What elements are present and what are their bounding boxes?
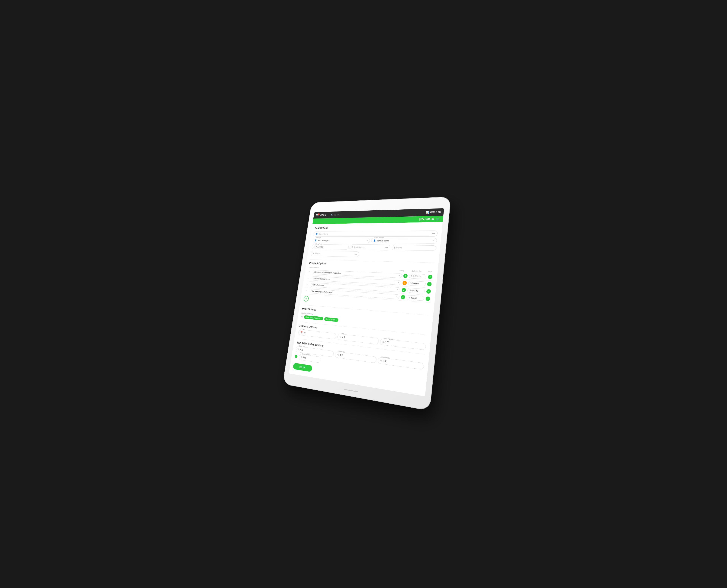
- county-tax-value: 4.2: [383, 360, 387, 363]
- tablet-screen: 3 CASH ▾ 🔍 SEARCH 📊 CHARTS $25,000.00: [289, 208, 444, 396]
- menu-button[interactable]: 3: [316, 214, 319, 216]
- price-row: Selling Price $ 25,000.00 $ Trade Amount…: [312, 244, 436, 251]
- dollar-override-icon: $: [300, 356, 302, 358]
- product-name-taw: Tire and Wheel Protections: [311, 290, 332, 294]
- term-value: 36: [304, 332, 306, 334]
- drag-handle-gap[interactable]: ≡: [307, 283, 310, 286]
- price-field-ppm[interactable]: $ 500.00: [408, 281, 426, 286]
- dollar-icon-finance: $: [382, 341, 384, 343]
- rebate-dots-menu[interactable]: •••: [354, 253, 357, 256]
- client-name-field[interactable]: 👤 Client Name •••: [313, 231, 438, 237]
- product-name-mbp: Mechanical Breakdown Protection: [314, 271, 341, 274]
- product-options-section: Product Options Order Products Rating Se…: [303, 261, 434, 311]
- currency-taw: $: [409, 296, 410, 299]
- trade-dots-menu[interactable]: •••: [385, 246, 388, 249]
- tablet-wrapper: 3 CASH ▾ 🔍 SEARCH 📊 CHARTS $25,000.00: [283, 197, 451, 411]
- rating-gap: ★: [401, 288, 406, 292]
- sales-tax-label: Sales Tax: [298, 345, 305, 348]
- payoff-placeholder: Payoff: [396, 247, 434, 249]
- sales-icon: 👤: [373, 239, 376, 241]
- check-gap[interactable]: ✓: [426, 289, 431, 294]
- trade-icon: $: [352, 246, 353, 248]
- chip-close-one-column[interactable]: ×: [336, 319, 337, 321]
- term-field[interactable]: Term 📅 36: [298, 329, 336, 339]
- other-tax-label: Other Tax: [337, 350, 346, 353]
- deal-options-section: Deal Options 👤 Client Name ••• Manag: [310, 225, 438, 259]
- manager-person-row: Manager 👤 Mark Managerio ▾ Sales Person …: [312, 238, 437, 244]
- search-placeholder: SEARCH: [334, 214, 341, 216]
- search-icon: 🔍: [331, 214, 333, 216]
- price-value-gap: 400.00: [411, 289, 418, 292]
- price-value-taw: 300.00: [411, 296, 417, 299]
- price-value-mbp: 1,000.00: [413, 275, 421, 278]
- price-field-taw[interactable]: $ 300.00: [406, 295, 424, 301]
- price-value-ppm: 500.00: [412, 282, 419, 285]
- checkmark-icon: ✓: [295, 355, 297, 357]
- menu-badge: 3: [318, 213, 320, 215]
- tablet-body: 3 CASH ▾ 🔍 SEARCH 📊 CHARTS $25,000.00: [283, 197, 451, 411]
- rebate-row: $ Rebate •••: [310, 251, 436, 259]
- rebate-placeholder: Rebate: [314, 252, 354, 255]
- chip-close-show-base[interactable]: ×: [320, 318, 322, 319]
- check-taw[interactable]: ✓: [425, 296, 430, 301]
- rating-ppm: ⚠: [402, 281, 407, 285]
- add-product-button[interactable]: +: [303, 296, 309, 301]
- product-arrow-ppm: ▾: [398, 281, 399, 284]
- cash-label: CASH: [320, 214, 326, 216]
- sales-tax-value: 4.2: [300, 348, 303, 351]
- deal-options-title: Deal Options: [314, 225, 438, 229]
- price-field-gap[interactable]: $ 400.00: [407, 288, 425, 294]
- rating-taw: ★: [401, 295, 405, 299]
- county-tax-label: County Tax: [381, 356, 391, 359]
- drag-handle-mbp[interactable]: ≡: [308, 271, 312, 273]
- override-value: 0.00: [303, 356, 307, 359]
- product-arrow-taw: ▾: [396, 296, 397, 298]
- client-dots-menu[interactable]: •••: [432, 232, 435, 235]
- payoff-field[interactable]: $ Payoff: [391, 245, 436, 251]
- total-price: $25,000.00: [419, 217, 434, 221]
- rebate-icon: $: [313, 252, 314, 254]
- drag-handle-taw[interactable]: ≡: [305, 290, 309, 292]
- charts-button[interactable]: 📊 CHARTS: [426, 211, 441, 214]
- drag-handle-ppm[interactable]: ≡: [307, 277, 311, 279]
- sales-dropdown-icon[interactable]: ▾: [433, 240, 434, 242]
- client-placeholder: Client Name: [319, 232, 431, 235]
- charts-icon: 📊: [426, 211, 430, 214]
- product-arrow-gap: ▾: [397, 289, 398, 291]
- client-icon: 👤: [316, 233, 318, 235]
- col-group: Group: [427, 271, 433, 273]
- manager-label: Manager: [315, 237, 322, 238]
- chip-one-column[interactable]: One Column ×: [324, 317, 339, 322]
- manager-dropdown-icon[interactable]: ▾: [367, 239, 368, 241]
- percent-other-icon: %: [337, 354, 339, 356]
- col-order: Order: [309, 267, 312, 268]
- save-button[interactable]: SAVE: [293, 363, 312, 372]
- tax-override-field[interactable]: Tax Override $ 0.00: [298, 354, 321, 363]
- sales-label: Sales Person: [374, 237, 384, 238]
- check-ppm[interactable]: ✓: [427, 282, 432, 287]
- trade-amount-field[interactable]: $ Trade Amount •••: [350, 244, 391, 251]
- price-field-mbp[interactable]: $ 1,000.00: [409, 274, 427, 279]
- cash-button[interactable]: CASH ▾: [320, 214, 328, 216]
- sales-person-field[interactable]: Sales Person 👤 Samuel Sales ▾: [371, 238, 437, 244]
- trade-placeholder: Trade Amount: [354, 246, 385, 249]
- manager-field[interactable]: Manager 👤 Mark Managerio ▾: [312, 238, 370, 243]
- chip-label-show-base: Show Base Payment: [305, 316, 320, 319]
- search-area[interactable]: 🔍 SEARCH: [331, 211, 426, 216]
- rebate-field[interactable]: $ Rebate •••: [310, 251, 359, 257]
- apr-value: 4.2: [342, 336, 345, 339]
- chip-show-base-payment[interactable]: Show Base Payment ×: [304, 315, 324, 320]
- selling-price-field[interactable]: Selling Price $ 25,000.00: [312, 244, 349, 249]
- apr-field[interactable]: APR % 4.2: [337, 334, 379, 344]
- base-payment-label: Base Payment: [383, 337, 395, 341]
- home-indicator: [344, 389, 358, 392]
- manager-value: Mark Managerio: [318, 239, 366, 241]
- other-tax-value: 4.2: [339, 354, 343, 357]
- override-checkbox[interactable]: ✓: [294, 354, 297, 358]
- cart-icon[interactable]: 🛒: [436, 217, 440, 221]
- col-rating: Rating: [397, 270, 407, 272]
- check-mbp[interactable]: ✓: [428, 275, 432, 279]
- selling-price-label: Selling Price: [314, 243, 323, 245]
- payoff-icon: $: [394, 247, 395, 249]
- currency-gap: $: [410, 289, 411, 292]
